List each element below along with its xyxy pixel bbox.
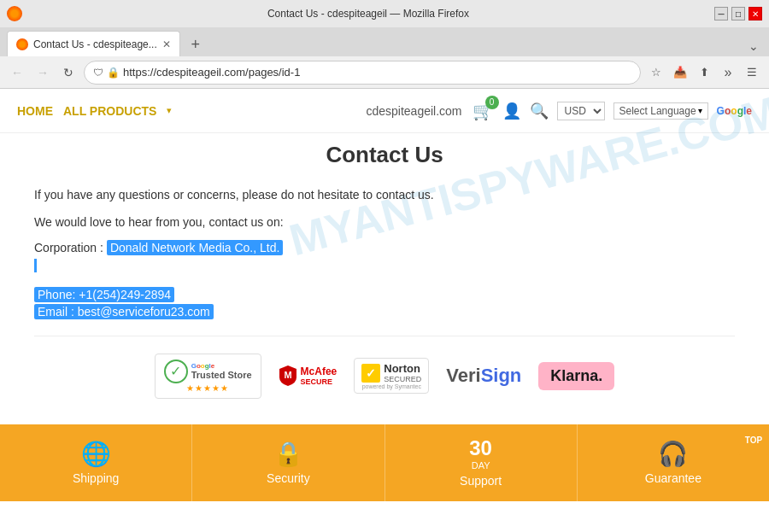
tab-favicon [16,38,28,50]
address-input[interactable]: 🛡 🔒 https://cdespiteageil.com/pages/id-1 [84,61,641,85]
tab-bar: Contact Us - cdespiteage... ✕ + ⌄ [0,27,769,56]
trusted-stars: ★★★★★ [186,383,229,393]
mcafee-logo: M McAfee SECURE [279,365,338,387]
intro-line1: If you have any questions or concerns, p… [34,185,735,206]
trust-badges: ✓ Google Trusted Store ★★★★★ [34,336,735,407]
corporation-value: Donald Network Media Co., Ltd. [107,240,283,255]
website-content: HOME ALL PRODUCTS ▾ cdespiteageil.com 🛒 … [0,89,769,424]
trusted-store-badge: ✓ Google Trusted Store ★★★★★ [155,354,261,399]
trusted-google-label: Google [191,362,252,370]
mcafee-text-group: McAfee SECURE [301,365,338,386]
url-https: https://cdespiteageil.com/pages/id-1 [123,66,300,79]
shield-icon: 🛡 [93,67,103,79]
footer-bar: 🌐 Shipping 🔒 Security 30 DAY Support 🎧 G… [0,424,769,501]
forward-button[interactable]: → [32,62,53,83]
pocket-button[interactable]: 📥 [670,62,690,83]
norton-badge: ✓ Norton SECURED powered by Symantec [354,358,429,394]
email-full: Email : best@serviceforu23.com [34,304,214,319]
trusted-store-top: ✓ Google Trusted Store [164,360,252,383]
phone-full: Phone: +1(254)249-2894 [34,287,174,302]
blue-bar [34,259,37,272]
phone-label: Phone: [38,288,75,301]
support-days: 30 [469,437,492,459]
tab-list-chevron[interactable]: ⌄ [745,36,762,56]
sign-text: Sign [481,365,522,387]
shipping-label: Shipping [73,471,120,485]
verisign-badge: VeriSign [446,365,521,387]
norton-check-icon: ✓ [361,364,380,383]
page-content: MYANTISPYWARE.COM Contact Us If you have… [0,133,769,424]
email-value: best@serviceforu23.com [78,305,210,319]
language-selector[interactable]: Select Language ▾ [613,102,708,120]
address-actions: ☆ 📥 ⬆ » ☰ [646,62,762,83]
top-button[interactable]: TOP [738,424,769,455]
back-button[interactable]: ← [7,62,27,83]
corporation-label: Corporation : [34,241,103,254]
mcafee-shield-icon: M [279,365,297,387]
footer-support: 30 DAY Support [385,424,578,501]
url-display: https://cdespiteageil.com/pages/id-1 [123,66,631,79]
guarantee-label: Guarantee [645,471,701,485]
klarna-badge: Klarna. [538,362,614,390]
title-bar: Contact Us - cdespiteageil — Mozilla Fir… [0,0,769,27]
email-label: Email : [38,305,74,319]
norton-top: ✓ Norton SECURED [361,362,421,383]
corporation-row: Corporation : Donald Network Media Co., … [34,240,735,255]
guarantee-icon: 🎧 [658,440,688,468]
support-days-wrap: 30 DAY [469,437,492,470]
tab-close-button[interactable]: ✕ [162,38,171,50]
mcafee-inner: M McAfee SECURE [279,365,338,387]
reload-button[interactable]: ↻ [58,62,79,83]
page-title: Contact Us [34,142,735,168]
window-controls[interactable]: ─ □ ✕ [714,7,762,20]
veri-text: Veri [446,365,480,387]
security-label: Security [267,471,310,485]
nav-icons: 🛒 0 👤 🔍 USD Select Language ▾ Google [473,101,752,121]
tab-bar-right: ⌄ [745,36,762,56]
footer-security: 🔒 Security [192,424,384,501]
support-label: Support [460,474,502,488]
norton-text-group: Norton SECURED [384,362,421,383]
mcafee-badge: M McAfee SECURE [279,365,338,387]
norton-powered: powered by Symantec [362,383,421,389]
account-icon[interactable]: 👤 [502,102,521,120]
title-bar-left [7,6,22,21]
trusted-checkmark: ✓ [164,360,188,383]
browser-chrome: Contact Us - cdespiteageil — Mozilla Fir… [0,0,769,89]
shipping-icon: 🌐 [81,440,111,468]
cart-badge: 0 [485,96,499,109]
menu-button[interactable]: ☰ [742,62,762,83]
nav-domain: cdespiteageil.com [366,104,461,118]
search-icon[interactable]: 🔍 [530,102,549,120]
footer-shipping: 🌐 Shipping [0,424,192,501]
trusted-store-label: Trusted Store [191,370,252,380]
cart-button[interactable]: 🛒 0 [473,101,494,121]
currency-selector[interactable]: USD [557,102,605,120]
close-button[interactable]: ✕ [748,7,762,20]
klarna-label: Klarna. [550,367,602,385]
new-tab-button[interactable]: + [184,32,208,56]
minimize-button[interactable]: ─ [714,7,728,20]
mcafee-secure: SECURE [301,377,338,386]
norton-secured: SECURED [384,375,421,383]
phone-value: +1(254)249-2894 [79,288,171,301]
share-button[interactable]: ⬆ [694,62,714,83]
firefox-icon [7,6,22,21]
trusted-labels: Google Trusted Store [191,362,252,380]
bookmark-button[interactable]: ☆ [646,62,666,83]
window-title: Contact Us - cdespiteageil — Mozilla Fir… [22,8,714,20]
nav-products-link[interactable]: ALL PRODUCTS [63,104,156,118]
mcafee-label: McAfee [301,365,338,377]
norton-brand: Norton [384,362,421,375]
maximize-button[interactable]: □ [731,7,745,20]
google-logo: Google [717,105,752,117]
nav-home-link[interactable]: HOME [17,104,53,118]
tab-label: Contact Us - cdespiteage... [33,38,157,50]
more-tools-button[interactable]: » [718,62,738,83]
active-tab[interactable]: Contact Us - cdespiteage... ✕ [7,31,180,56]
site-nav: HOME ALL PRODUCTS ▾ cdespiteageil.com 🛒 … [0,89,769,133]
support-unit: DAY [469,460,492,471]
phone-row: Phone: +1(254)249-2894 [34,288,735,301]
svg-text:M: M [284,370,291,380]
language-chevron: ▾ [698,106,702,115]
